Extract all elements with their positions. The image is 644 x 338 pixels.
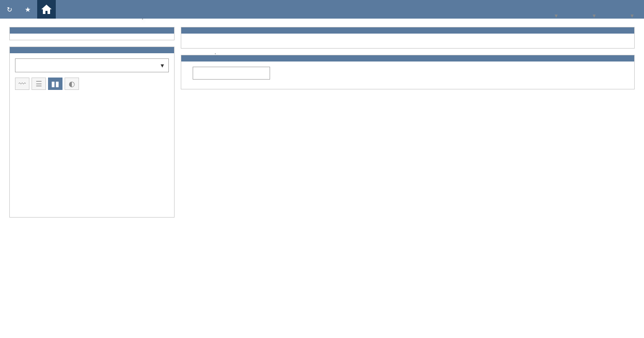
home-icon[interactable] xyxy=(37,0,56,19)
reminders-header xyxy=(10,27,174,34)
personalize-link[interactable]: ▼ xyxy=(571,11,597,19)
chart-type-hbar-icon[interactable]: ☰ xyxy=(32,78,46,90)
top-actions: ▼ ▼ ▼ xyxy=(523,11,635,19)
chevron-down-icon: ▾ xyxy=(161,62,164,69)
chart-type-vbar-icon[interactable]: ▮▮ xyxy=(48,78,62,90)
salesreps-header xyxy=(10,47,174,53)
reminders-portlet xyxy=(9,27,175,40)
salesreps-portlet: ▾ 〰 ☰ ▮▮ ◐ xyxy=(9,47,175,218)
conversion-total xyxy=(181,85,634,89)
chart-area xyxy=(10,98,174,217)
kpi-header xyxy=(181,27,634,34)
date-input[interactable] xyxy=(193,67,270,80)
period-dropdown[interactable]: ▾ xyxy=(15,58,169,72)
chart-type-pie-icon[interactable]: ◐ xyxy=(65,78,79,90)
transactions-submenu xyxy=(215,53,216,54)
layout-link[interactable]: ▼ xyxy=(609,11,635,19)
conversion-portlet xyxy=(181,55,635,89)
chart-type-line-icon[interactable]: 〰 xyxy=(15,78,29,90)
kpi-portlet xyxy=(181,27,635,49)
opportunities-submenu xyxy=(142,19,143,20)
star-icon[interactable]: ★ xyxy=(19,0,37,19)
viewing-link[interactable]: ▼ xyxy=(533,11,559,19)
history-icon[interactable]: ↻ xyxy=(0,0,19,19)
conversion-header xyxy=(181,55,634,62)
